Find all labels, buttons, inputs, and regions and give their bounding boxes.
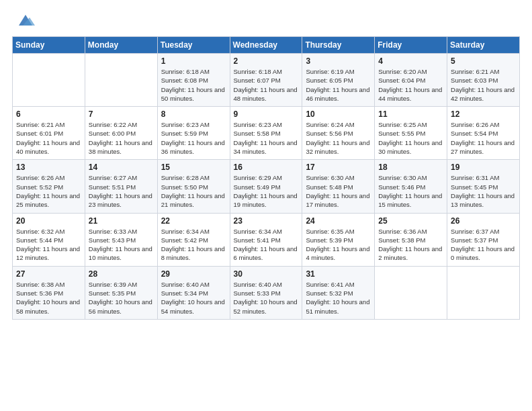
day-cell: 30Sunrise: 6:40 AMSunset: 5:33 PMDayligh… (230, 266, 302, 319)
day-cell (375, 266, 447, 319)
col-header-thursday: Thursday (302, 37, 375, 54)
day-cell: 21Sunrise: 6:33 AMSunset: 5:43 PMDayligh… (85, 213, 157, 266)
day-cell: 26Sunrise: 6:37 AMSunset: 5:37 PMDayligh… (447, 213, 520, 266)
day-content: Sunrise: 6:30 AMSunset: 5:48 PMDaylight:… (306, 173, 371, 209)
day-content: Sunrise: 6:18 AMSunset: 6:07 PMDaylight:… (234, 67, 299, 103)
day-content: Sunrise: 6:34 AMSunset: 5:41 PMDaylight:… (234, 227, 299, 263)
col-header-saturday: Saturday (447, 37, 520, 54)
day-content: Sunrise: 6:27 AMSunset: 5:51 PMDaylight:… (89, 173, 154, 209)
day-cell: 20Sunrise: 6:32 AMSunset: 5:44 PMDayligh… (13, 213, 85, 266)
day-cell: 12Sunrise: 6:26 AMSunset: 5:54 PMDayligh… (447, 107, 520, 160)
day-content: Sunrise: 6:40 AMSunset: 5:34 PMDaylight:… (161, 280, 226, 316)
day-number: 27 (16, 269, 81, 279)
day-content: Sunrise: 6:22 AMSunset: 6:00 PMDaylight:… (89, 120, 154, 156)
day-number: 8 (161, 109, 226, 119)
day-cell: 15Sunrise: 6:28 AMSunset: 5:50 PMDayligh… (157, 160, 230, 213)
day-number: 26 (451, 216, 516, 226)
calendar-table: SundayMondayTuesdayWednesdayThursdayFrid… (12, 36, 520, 320)
col-header-wednesday: Wednesday (230, 37, 302, 54)
day-number: 31 (306, 269, 371, 279)
day-number: 3 (306, 56, 371, 66)
day-number: 13 (16, 163, 81, 172)
day-content: Sunrise: 6:33 AMSunset: 5:43 PMDaylight:… (89, 227, 154, 263)
day-content: Sunrise: 6:24 AMSunset: 5:56 PMDaylight:… (306, 120, 371, 156)
day-number: 24 (306, 216, 371, 226)
day-cell: 22Sunrise: 6:34 AMSunset: 5:42 PMDayligh… (157, 213, 230, 266)
day-content: Sunrise: 6:20 AMSunset: 6:04 PMDaylight:… (378, 67, 443, 103)
day-cell: 2Sunrise: 6:18 AMSunset: 6:07 PMDaylight… (230, 54, 302, 107)
day-number: 12 (451, 109, 516, 119)
day-cell: 5Sunrise: 6:21 AMSunset: 6:03 PMDaylight… (447, 54, 520, 107)
day-cell: 28Sunrise: 6:39 AMSunset: 5:35 PMDayligh… (85, 266, 157, 319)
day-cell: 23Sunrise: 6:34 AMSunset: 5:41 PMDayligh… (230, 213, 302, 266)
week-row-4: 20Sunrise: 6:32 AMSunset: 5:44 PMDayligh… (13, 213, 520, 266)
logo (12, 11, 35, 30)
day-cell: 27Sunrise: 6:38 AMSunset: 5:36 PMDayligh… (13, 266, 85, 319)
day-number: 7 (89, 109, 154, 119)
week-row-1: 1Sunrise: 6:18 AMSunset: 6:08 PMDaylight… (13, 54, 520, 107)
day-content: Sunrise: 6:36 AMSunset: 5:38 PMDaylight:… (378, 227, 443, 263)
day-cell: 24Sunrise: 6:35 AMSunset: 5:39 PMDayligh… (302, 213, 375, 266)
day-content: Sunrise: 6:23 AMSunset: 5:58 PMDaylight:… (234, 120, 299, 156)
day-cell: 8Sunrise: 6:23 AMSunset: 5:59 PMDaylight… (157, 107, 230, 160)
day-content: Sunrise: 6:28 AMSunset: 5:50 PMDaylight:… (161, 173, 226, 209)
day-content: Sunrise: 6:38 AMSunset: 5:36 PMDaylight:… (16, 280, 81, 316)
day-number: 16 (234, 163, 299, 172)
day-number: 30 (234, 269, 299, 279)
day-number: 29 (161, 269, 226, 279)
day-cell: 7Sunrise: 6:22 AMSunset: 6:00 PMDaylight… (85, 107, 157, 160)
day-content: Sunrise: 6:21 AMSunset: 6:01 PMDaylight:… (16, 120, 81, 156)
col-header-sunday: Sunday (13, 37, 85, 54)
day-cell (13, 54, 85, 107)
day-cell: 16Sunrise: 6:29 AMSunset: 5:49 PMDayligh… (230, 160, 302, 213)
day-content: Sunrise: 6:25 AMSunset: 5:55 PMDaylight:… (378, 120, 443, 156)
day-number: 6 (16, 109, 81, 119)
logo-icon (16, 11, 35, 30)
col-header-friday: Friday (375, 37, 447, 54)
day-number: 21 (89, 216, 154, 226)
day-number: 1 (161, 56, 226, 66)
day-number: 10 (306, 109, 371, 119)
day-number: 23 (234, 216, 299, 226)
day-cell: 9Sunrise: 6:23 AMSunset: 5:58 PMDaylight… (230, 107, 302, 160)
day-content: Sunrise: 6:18 AMSunset: 6:08 PMDaylight:… (161, 67, 226, 103)
day-content: Sunrise: 6:35 AMSunset: 5:39 PMDaylight:… (306, 227, 371, 263)
day-cell: 14Sunrise: 6:27 AMSunset: 5:51 PMDayligh… (85, 160, 157, 213)
day-cell: 1Sunrise: 6:18 AMSunset: 6:08 PMDaylight… (157, 54, 230, 107)
day-content: Sunrise: 6:23 AMSunset: 5:59 PMDaylight:… (161, 120, 226, 156)
day-cell: 11Sunrise: 6:25 AMSunset: 5:55 PMDayligh… (375, 107, 447, 160)
calendar-page: SundayMondayTuesdayWednesdayThursdayFrid… (0, 0, 532, 411)
day-content: Sunrise: 6:32 AMSunset: 5:44 PMDaylight:… (16, 227, 81, 263)
day-cell: 31Sunrise: 6:41 AMSunset: 5:32 PMDayligh… (302, 266, 375, 319)
day-cell: 25Sunrise: 6:36 AMSunset: 5:38 PMDayligh… (375, 213, 447, 266)
day-cell: 6Sunrise: 6:21 AMSunset: 6:01 PMDaylight… (13, 107, 85, 160)
day-cell: 3Sunrise: 6:19 AMSunset: 6:05 PMDaylight… (302, 54, 375, 107)
day-number: 19 (451, 163, 516, 172)
day-content: Sunrise: 6:30 AMSunset: 5:46 PMDaylight:… (378, 173, 443, 209)
day-number: 20 (16, 216, 81, 226)
day-number: 2 (234, 56, 299, 66)
day-header-row: SundayMondayTuesdayWednesdayThursdayFrid… (13, 37, 520, 54)
day-number: 25 (378, 216, 443, 226)
col-header-tuesday: Tuesday (157, 37, 230, 54)
day-content: Sunrise: 6:26 AMSunset: 5:54 PMDaylight:… (451, 120, 516, 156)
day-cell: 29Sunrise: 6:40 AMSunset: 5:34 PMDayligh… (157, 266, 230, 319)
day-content: Sunrise: 6:37 AMSunset: 5:37 PMDaylight:… (451, 227, 516, 263)
day-number: 5 (451, 56, 516, 66)
day-number: 14 (89, 163, 154, 172)
day-cell: 18Sunrise: 6:30 AMSunset: 5:46 PMDayligh… (375, 160, 447, 213)
day-number: 4 (378, 56, 443, 66)
col-header-monday: Monday (85, 37, 157, 54)
day-number: 15 (161, 163, 226, 172)
day-number: 22 (161, 216, 226, 226)
day-content: Sunrise: 6:34 AMSunset: 5:42 PMDaylight:… (161, 227, 226, 263)
header (12, 11, 520, 30)
day-content: Sunrise: 6:19 AMSunset: 6:05 PMDaylight:… (306, 67, 371, 103)
day-number: 17 (306, 163, 371, 172)
week-row-2: 6Sunrise: 6:21 AMSunset: 6:01 PMDaylight… (13, 107, 520, 160)
day-content: Sunrise: 6:41 AMSunset: 5:32 PMDaylight:… (306, 280, 371, 316)
day-cell: 19Sunrise: 6:31 AMSunset: 5:45 PMDayligh… (447, 160, 520, 213)
day-number: 9 (234, 109, 299, 119)
day-number: 11 (378, 109, 443, 119)
day-cell: 17Sunrise: 6:30 AMSunset: 5:48 PMDayligh… (302, 160, 375, 213)
